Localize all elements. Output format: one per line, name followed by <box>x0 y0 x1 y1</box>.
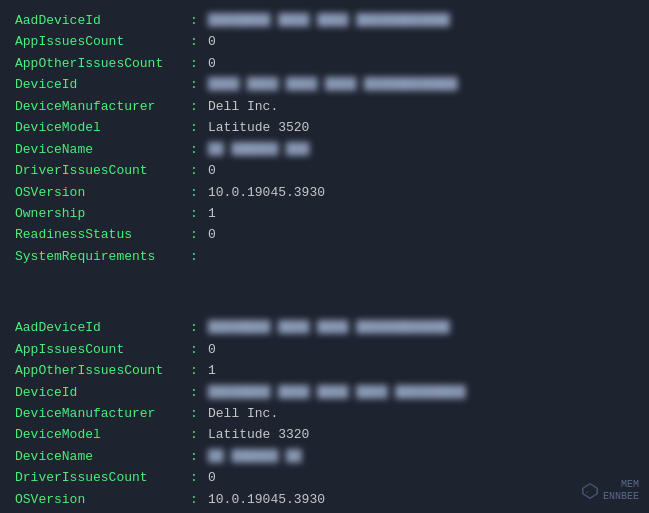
field-name-driverissuescount: DriverIssuesCount <box>15 467 190 488</box>
field-name-devicemodel: DeviceModel <box>15 424 190 445</box>
field-row-osversion: OSVersion:10.0.19045.3930 <box>15 489 634 510</box>
field-sep: : <box>190 339 202 360</box>
field-name-devicemodel: DeviceModel <box>15 117 190 138</box>
field-sep: : <box>190 246 202 267</box>
field-name-readinessstatus: ReadinessStatus <box>15 224 190 245</box>
field-row-ownership: Ownership:1 <box>15 203 634 224</box>
field-name-devicemanufacturer: DeviceManufacturer <box>15 96 190 117</box>
field-row-devicename: DeviceName:██ ██████ ██ <box>15 446 634 467</box>
field-sep: : <box>190 424 202 445</box>
field-row-systemrequirements: SystemRequirements: <box>15 246 634 267</box>
field-value-appissuescount: 0 <box>208 339 216 360</box>
field-name-aaddeviceid: AadDeviceId <box>15 317 190 338</box>
field-row-devicemodel: DeviceModel:Latitude 3320 <box>15 424 634 445</box>
field-sep: : <box>190 489 202 510</box>
field-sep: : <box>190 182 202 203</box>
field-sep: : <box>190 53 202 74</box>
field-sep: : <box>190 74 202 95</box>
field-name-appissuescount: AppIssuesCount <box>15 339 190 360</box>
field-name-systemrequirements: SystemRequirements <box>15 246 190 267</box>
field-value-appissuescount: 0 <box>208 31 216 52</box>
field-value-devicemanufacturer: Dell Inc. <box>208 96 278 117</box>
field-row-devicemanufacturer: DeviceManufacturer:Dell Inc. <box>15 403 634 424</box>
field-row-aaddeviceid: AadDeviceId:████████ ████ ████ █████████… <box>15 10 634 31</box>
watermark-icon: ✓ <box>581 482 599 500</box>
field-name-appotherissuescount: AppOtherIssuesCount <box>15 360 190 381</box>
field-row-appotherissuescount: AppOtherIssuesCount:0 <box>15 53 634 74</box>
field-value-osversion: 10.0.19045.3930 <box>208 182 325 203</box>
field-name-osversion: OSVersion <box>15 489 190 510</box>
field-sep: : <box>190 446 202 467</box>
field-value-appotherissuescount: 1 <box>208 360 216 381</box>
field-value-devicemanufacturer: Dell Inc. <box>208 403 278 424</box>
field-row-driverissuescount: DriverIssuesCount:0 <box>15 160 634 181</box>
field-sep: : <box>190 224 202 245</box>
field-name-devicemanufacturer: DeviceManufacturer <box>15 403 190 424</box>
field-value-appotherissuescount: 0 <box>208 53 216 74</box>
field-sep: : <box>190 31 202 52</box>
field-name-aaddeviceid: AadDeviceId <box>15 10 190 31</box>
field-value-ownership: 1 <box>208 203 216 224</box>
field-row-devicename: DeviceName:██ ██████ ███ <box>15 139 634 160</box>
field-value-osversion: 10.0.19045.3930 <box>208 489 325 510</box>
svg-text:✓: ✓ <box>585 489 589 495</box>
field-sep: : <box>190 96 202 117</box>
record-2: AadDeviceId:████████ ████ ████ █████████… <box>15 317 634 513</box>
field-name-appissuescount: AppIssuesCount <box>15 31 190 52</box>
field-name-devicename: DeviceName <box>15 446 190 467</box>
field-value-devicemodel: Latitude 3520 <box>208 117 309 138</box>
field-value-devicename: ██ ██████ ██ <box>208 446 302 467</box>
field-sep: : <box>190 10 202 31</box>
field-row-aaddeviceid: AadDeviceId:████████ ████ ████ █████████… <box>15 317 634 338</box>
field-value-readinessstatus: 0 <box>208 224 216 245</box>
field-value-devicename: ██ ██████ ███ <box>208 139 309 160</box>
field-sep: : <box>190 139 202 160</box>
field-row-readinessstatus: ReadinessStatus:0 <box>15 224 634 245</box>
field-row-appotherissuescount: AppOtherIssuesCount:1 <box>15 360 634 381</box>
field-value-driverissuescount: 0 <box>208 160 216 181</box>
field-sep: : <box>190 403 202 424</box>
field-name-driverissuescount: DriverIssuesCount <box>15 160 190 181</box>
field-row-deviceid: DeviceId:████████ ████ ████ ████ ███████… <box>15 382 634 403</box>
field-sep: : <box>190 382 202 403</box>
watermark: ✓ MEMENNBEE <box>581 479 639 503</box>
spacer <box>15 287 634 317</box>
field-row-devicemodel: DeviceModel:Latitude 3520 <box>15 117 634 138</box>
field-value-deviceid: ████ ████ ████ ████ ████████████ <box>208 74 458 95</box>
field-sep: : <box>190 360 202 381</box>
record-1: AadDeviceId:████████ ████ ████ █████████… <box>15 10 634 267</box>
field-name-appotherissuescount: AppOtherIssuesCount <box>15 53 190 74</box>
field-value-devicemodel: Latitude 3320 <box>208 424 309 445</box>
field-value-aaddeviceid: ████████ ████ ████ ████████████ <box>208 10 450 31</box>
field-value-deviceid: ████████ ████ ████ ████ █████████ <box>208 382 465 403</box>
watermark-text: MEMENNBEE <box>603 479 639 503</box>
field-sep: : <box>190 160 202 181</box>
field-row-osversion: OSVersion:10.0.19045.3930 <box>15 182 634 203</box>
field-value-driverissuescount: 0 <box>208 467 216 488</box>
field-name-deviceid: DeviceId <box>15 382 190 403</box>
field-sep: : <box>190 317 202 338</box>
field-name-devicename: DeviceName <box>15 139 190 160</box>
field-sep: : <box>190 117 202 138</box>
field-row-deviceid: DeviceId:████ ████ ████ ████ ███████████… <box>15 74 634 95</box>
field-row-devicemanufacturer: DeviceManufacturer:Dell Inc. <box>15 96 634 117</box>
field-row-driverissuescount: DriverIssuesCount:0 <box>15 467 634 488</box>
field-sep: : <box>190 203 202 224</box>
main-content: AadDeviceId:████████ ████ ████ █████████… <box>0 0 649 513</box>
field-name-osversion: OSVersion <box>15 182 190 203</box>
field-name-ownership: Ownership <box>15 203 190 224</box>
field-sep: : <box>190 467 202 488</box>
field-row-appissuescount: AppIssuesCount:0 <box>15 339 634 360</box>
field-name-deviceid: DeviceId <box>15 74 190 95</box>
field-row-appissuescount: AppIssuesCount:0 <box>15 31 634 52</box>
field-value-aaddeviceid: ████████ ████ ████ ████████████ <box>208 317 450 338</box>
